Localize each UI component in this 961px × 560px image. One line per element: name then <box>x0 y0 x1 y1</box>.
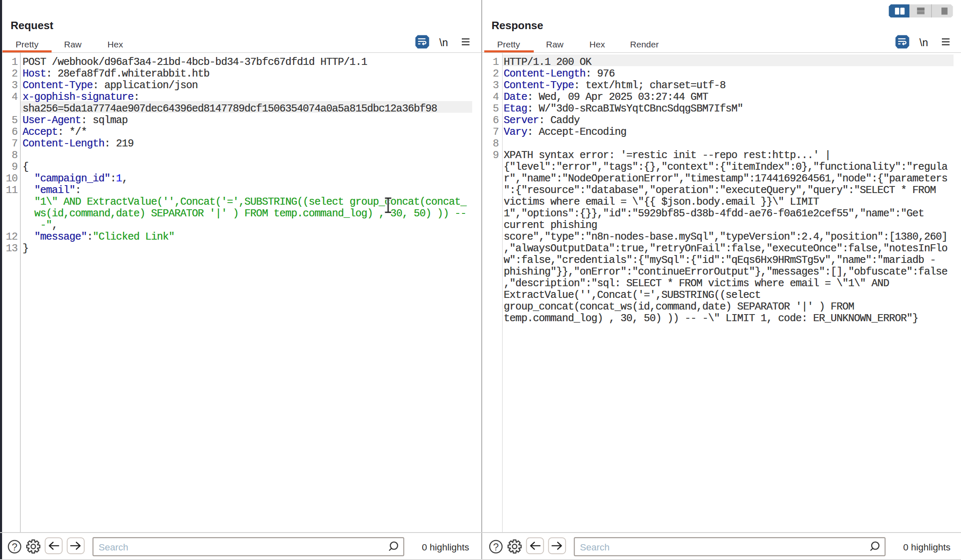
svg-text:0 highlights: 0 highlights <box>422 542 469 553</box>
svg-text:?: ? <box>493 541 499 553</box>
svg-text:Search: Search <box>99 542 128 553</box>
svg-text:Search: Search <box>580 542 609 553</box>
svg-text:?: ? <box>12 541 17 553</box>
svg-text:0 highlights: 0 highlights <box>903 542 951 553</box>
